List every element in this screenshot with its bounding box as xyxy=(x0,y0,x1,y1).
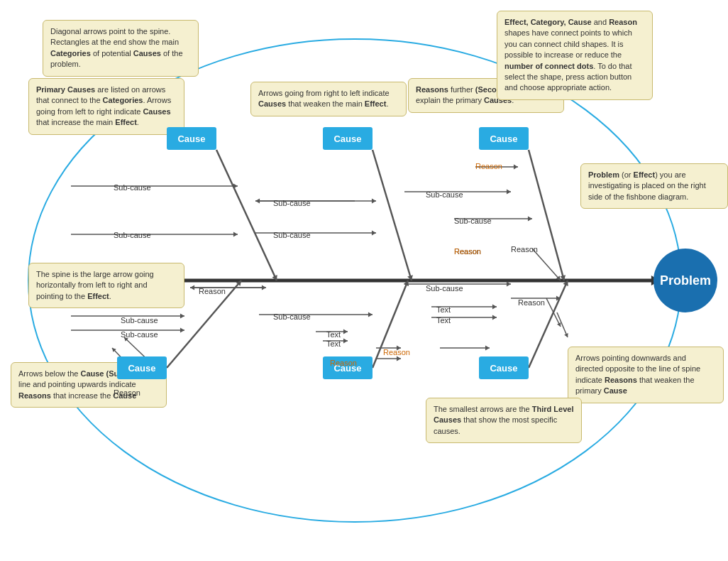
l4: Sub-cause xyxy=(273,231,311,239)
problem-circle: Problem xyxy=(653,249,717,312)
problem-label: Problem xyxy=(660,273,711,288)
l9: Sub-cause xyxy=(273,312,311,321)
l3: Sub-cause xyxy=(273,199,311,207)
l10: Sub-cause xyxy=(426,284,463,293)
ol1: Reason xyxy=(475,162,502,170)
l14: Text xyxy=(326,339,341,348)
ol3: Reason xyxy=(383,348,410,356)
tt2: Primary Causes are listed on arrows that… xyxy=(28,78,184,135)
l8: Sub-cause xyxy=(121,330,158,339)
l13: Text xyxy=(326,330,341,339)
ol4: Reason xyxy=(330,359,357,367)
tt7: The spine is the large arrow going horiz… xyxy=(28,263,184,308)
c2: Cause xyxy=(323,127,373,150)
tt10: The smallest arrows are the Third Level … xyxy=(426,398,582,443)
tt6: Problem (or Effect) you are investigatin… xyxy=(580,163,728,209)
ol2: Reason xyxy=(454,247,481,256)
l18: Reason xyxy=(199,287,226,295)
tt1: Diagonal arrows point to the spine. Rect… xyxy=(43,20,199,77)
l5: Sub-cause xyxy=(426,190,463,199)
l6: Sub-cause xyxy=(454,217,492,225)
c6: Cause xyxy=(479,356,529,379)
tt3: Arrows going from right to left indicate… xyxy=(250,82,407,116)
l17: Reason xyxy=(518,298,545,307)
c4: Cause xyxy=(117,356,167,379)
l19: Reason xyxy=(114,388,140,397)
l7: Sub-cause xyxy=(121,316,158,325)
c1: Cause xyxy=(167,127,216,150)
tt5: Effect, Category, Cause and Reason shape… xyxy=(497,11,653,100)
l1: Sub-cause xyxy=(114,183,151,192)
l12: Text xyxy=(436,316,451,325)
c3: Cause xyxy=(479,127,529,150)
tt9: Arrows pointing downwards and directed o… xyxy=(568,347,724,403)
l2: Sub-cause xyxy=(114,231,151,239)
l11: Text xyxy=(436,305,451,314)
l15: Reason xyxy=(511,245,538,254)
